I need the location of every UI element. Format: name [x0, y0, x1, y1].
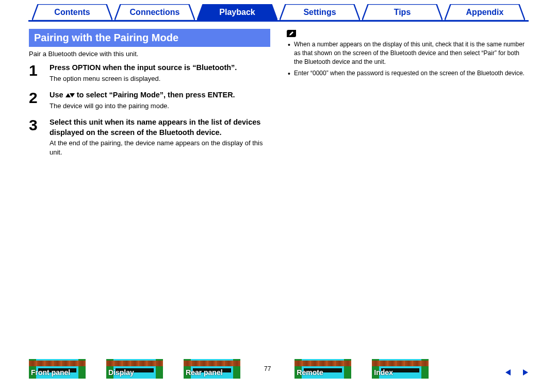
step-number: 2 — [29, 90, 41, 110]
step-desc: The device will go into the pairing mode… — [50, 101, 270, 111]
step-title-pre: Use — [50, 91, 65, 99]
tab-contents[interactable]: Contents — [32, 4, 112, 21]
step-number: 1 — [29, 63, 41, 83]
tab-label: Playback — [219, 8, 255, 17]
tab-tips[interactable]: Tips — [362, 4, 443, 21]
step-1: 1 Press OPTION when the input source is … — [29, 63, 270, 83]
step-body: Select this unit when its name appears i… — [50, 117, 270, 157]
tab-appendix[interactable]: Appendix — [445, 4, 525, 21]
tab-settings[interactable]: Settings — [280, 4, 360, 21]
bottom-item-front-panel[interactable]: Front panel — [29, 359, 86, 379]
bottom-item-index[interactable]: Index — [372, 359, 429, 379]
step-title: Press OPTION when the input source is “B… — [50, 63, 270, 73]
bottom-label: Display — [108, 368, 134, 377]
bottom-label: Front panel — [31, 368, 70, 377]
intro-text: Pair a Bluetooth device with this unit. — [29, 50, 270, 58]
step-number: 3 — [29, 117, 41, 157]
step-desc: At the end of the pairing, the device na… — [50, 139, 270, 157]
step-title-post: to select “Pairing Mode”, then press ENT… — [75, 91, 235, 99]
bottom-nav: Front panel Display Rear panel 77 Remote… — [0, 359, 557, 379]
top-nav: Contents Connections Playback Settings T… — [0, 0, 557, 21]
bottom-item-rear-panel[interactable]: Rear panel — [184, 359, 240, 379]
page-number: 77 — [264, 365, 271, 372]
note-item: When a number appears on the display of … — [294, 40, 528, 66]
content: Pairing with the Pairing Mode Pair a Blu… — [0, 21, 557, 164]
triangle-down-icon — [70, 93, 75, 97]
bottom-label: Index — [374, 368, 393, 377]
step-body: Use to select “Pairing Mode”, then press… — [50, 90, 270, 110]
step-desc: The option menu screen is displayed. — [50, 74, 270, 83]
step-title: Use to select “Pairing Mode”, then press… — [50, 90, 270, 100]
note-item: Enter “0000” when the password is reques… — [294, 69, 528, 78]
tab-label: Tips — [394, 8, 411, 17]
tab-label: Connections — [130, 8, 180, 17]
tab-label: Appendix — [466, 8, 504, 17]
tab-label: Settings — [303, 8, 336, 17]
pencil-icon — [287, 30, 296, 37]
note-list: When a number appears on the display of … — [287, 40, 528, 78]
right-column: When a number appears on the display of … — [287, 29, 528, 164]
step-2: 2 Use to select “Pairing Mode”, then pre… — [29, 90, 270, 110]
prev-page-icon[interactable] — [505, 369, 511, 376]
bottom-item-display[interactable]: Display — [106, 359, 163, 379]
tab-connections[interactable]: Connections — [114, 4, 195, 21]
bottom-label: Remote — [297, 368, 323, 377]
section-header: Pairing with the Pairing Mode — [29, 29, 270, 47]
bottom-item-remote[interactable]: Remote — [294, 359, 351, 379]
tab-label: Contents — [54, 8, 90, 17]
step-3: 3 Select this unit when its name appears… — [29, 117, 270, 157]
page-arrows — [505, 369, 528, 376]
tab-playback[interactable]: Playback — [197, 4, 277, 21]
step-title: Select this unit when its name appears i… — [50, 117, 270, 138]
left-column: Pairing with the Pairing Mode Pair a Blu… — [29, 29, 270, 164]
next-page-icon[interactable] — [523, 369, 528, 376]
bottom-label: Rear panel — [186, 368, 223, 377]
step-body: Press OPTION when the input source is “B… — [50, 63, 270, 83]
steps-list: 1 Press OPTION when the input source is … — [29, 63, 270, 157]
nav-rule — [28, 20, 529, 22]
